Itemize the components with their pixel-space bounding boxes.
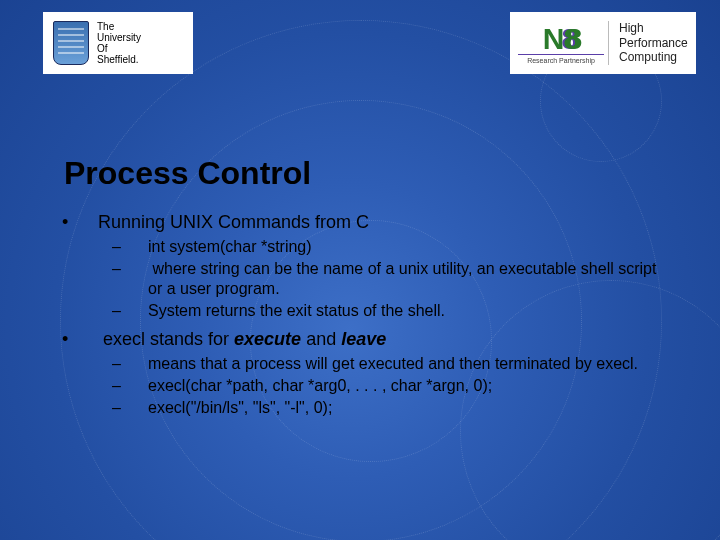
bullet-text: where string can be the name of a unix u… [148,260,656,297]
slide: The University Of Sheffield. N8 Research… [0,0,720,540]
n8-letter-n: N [543,22,564,55]
bullet-level-1: execl stands for execute and leave [70,329,670,350]
bullet-level-1: Running UNIX Commands from C [70,212,670,233]
hpc-label: High Performance Computing [608,21,688,64]
bullet-text: Running UNIX Commands from C [98,212,369,232]
bullet-level-2: execl(char *path, char *arg0, . . . , ch… [70,376,670,396]
header: The University Of Sheffield. N8 Research… [0,0,720,86]
hpc-line: Computing [619,50,677,64]
bullet-level-2: System returns the exit status of the sh… [70,301,670,321]
bullet-level-2: int system(char *string) [70,237,670,257]
bullet-level-2: execl("/bin/ls", "ls", "-l", 0); [70,398,670,418]
bullet-text: execl(char *path, char *arg0, . . . , ch… [148,377,492,394]
bullet-text: execl("/bin/ls", "ls", "-l", 0); [148,399,332,416]
crest-icon [53,21,89,65]
uni-line: University [97,32,141,43]
bullet-text: means that a process will get executed a… [148,355,638,372]
bullet-text: System returns the exit status of the sh… [148,302,445,319]
slide-title: Process Control [64,155,311,192]
bullet-text-part: and [301,329,341,349]
uni-line: Sheffield. [97,54,139,65]
university-sheffield-logo: The University Of Sheffield. [43,12,193,74]
hpc-line: High [619,21,644,35]
n8-mark-block: N8 Research Partnership [510,22,604,64]
hpc-line: Performance [619,36,688,50]
n8-digit-8: 8 [563,22,579,55]
slide-body: Running UNIX Commands from C int system(… [70,212,670,420]
bullet-text: int system(char *string) [148,238,312,255]
university-name: The University Of Sheffield. [97,21,141,65]
emphasis: leave [341,329,386,349]
emphasis: execute [234,329,301,349]
bullet-level-2: means that a process will get executed a… [70,354,670,374]
n8-wordmark: N8 [518,22,604,56]
uni-line: The [97,21,114,32]
uni-line: Of [97,43,108,54]
n8-hpc-logo: N8 Research Partnership High Performance… [510,12,696,74]
bullet-level-2: where string can be the name of a unix u… [70,259,670,299]
bullet-text-part: execl stands for [103,329,234,349]
